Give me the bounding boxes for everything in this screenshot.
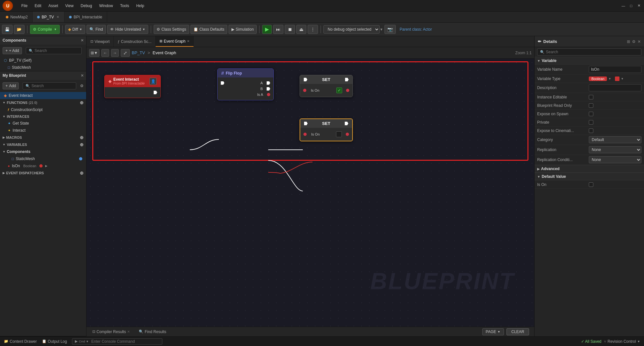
is-on-checkbox[interactable] bbox=[589, 182, 593, 187]
replication-condition-select[interactable]: None bbox=[589, 156, 641, 163]
maximize-button[interactable]: □ bbox=[629, 3, 634, 8]
ff-a-out-pin[interactable] bbox=[267, 81, 270, 85]
tab-construction-script[interactable]: ƒ Construction Sc... bbox=[114, 36, 156, 47]
class-settings-button[interactable]: ⚙ Class Settings bbox=[154, 25, 189, 34]
menu-help[interactable]: Help bbox=[133, 2, 148, 9]
details-close-icon[interactable]: ✕ bbox=[638, 39, 641, 44]
menu-edit[interactable]: Edit bbox=[31, 2, 45, 9]
tab-viewport[interactable]: ⊡ Viewport bbox=[87, 36, 114, 47]
variables-add[interactable]: ⊕ bbox=[80, 142, 84, 147]
eject-button[interactable]: ⏏ bbox=[296, 25, 306, 34]
node-set-true[interactable]: SET Is On ✓ bbox=[300, 75, 353, 97]
compile-button[interactable]: ⚙ Compile ▼ bbox=[30, 25, 60, 34]
private-checkbox[interactable] bbox=[589, 120, 593, 125]
expose-to-cinematics-checkbox[interactable] bbox=[589, 128, 593, 133]
bp-event-interact[interactable]: ◆ Event Interact bbox=[0, 92, 86, 99]
tab-event-graph[interactable]: ⊞ Event Graph ✕ bbox=[156, 36, 193, 47]
play-button[interactable]: ▶ bbox=[262, 25, 272, 34]
clear-button[interactable]: CLEAR bbox=[506, 328, 529, 335]
var-static-mesh[interactable]: □ StaticMesh bbox=[0, 155, 86, 162]
blueprint-read-only-checkbox[interactable] bbox=[589, 103, 593, 108]
my-blueprint-search-input[interactable] bbox=[31, 84, 73, 88]
fit-to-window-button[interactable]: ⤢ bbox=[121, 49, 130, 57]
bool-type-red-square[interactable] bbox=[615, 76, 619, 81]
view-options-btn[interactable]: ⊞▼ bbox=[89, 49, 99, 57]
save-button[interactable]: 💾 bbox=[2, 25, 13, 34]
menu-file[interactable]: File bbox=[18, 2, 31, 9]
debug-icon-button[interactable]: 📷 bbox=[384, 25, 396, 34]
hide-dropdown[interactable]: ▼ bbox=[142, 28, 145, 31]
minimize-button[interactable]: — bbox=[621, 3, 626, 8]
components-close[interactable]: ✕ bbox=[81, 38, 84, 43]
my-blueprint-close[interactable]: ✕ bbox=[81, 74, 84, 78]
macros-section-header[interactable]: ▶ MACROS ⊕ bbox=[0, 134, 86, 141]
menu-debug[interactable]: Debug bbox=[77, 2, 95, 9]
play-options-button[interactable]: ⋮ bbox=[308, 25, 318, 34]
diff-button[interactable]: ◆ Diff ▼ bbox=[65, 25, 85, 34]
menu-window[interactable]: Window bbox=[96, 2, 116, 9]
revision-dropdown[interactable]: ▼ bbox=[637, 340, 640, 343]
components-search-input[interactable] bbox=[35, 48, 79, 53]
set-true-is-on-out-pin[interactable] bbox=[346, 89, 349, 92]
class-defaults-button[interactable]: 📋 Class Defaults bbox=[190, 25, 227, 34]
content-drawer-button[interactable]: 📁 Content Drawer bbox=[4, 339, 37, 344]
instance-editable-checkbox[interactable] bbox=[589, 95, 593, 99]
set-false-exec-out[interactable] bbox=[345, 122, 348, 125]
my-blueprint-add-button[interactable]: + Add bbox=[3, 82, 19, 89]
ff-is-a-pin[interactable] bbox=[267, 93, 270, 96]
close-button[interactable]: ✕ bbox=[636, 3, 641, 8]
ff-exec-in-pin[interactable] bbox=[221, 81, 224, 85]
node-event-interact[interactable]: ◆ Event Interact From BPI Interactable 👤 bbox=[104, 75, 161, 98]
tab-newmap2[interactable]: NewMap2 bbox=[1, 12, 33, 22]
event-exec-out-pin[interactable] bbox=[154, 91, 157, 94]
menu-tools[interactable]: Tools bbox=[117, 2, 132, 9]
set-true-is-on-pin[interactable] bbox=[303, 89, 306, 92]
compiler-results-tab[interactable]: ⊡ Compiler Results ✕ bbox=[89, 329, 133, 335]
hide-unrelated-button[interactable]: 👁 Hide Unrelated ▼ bbox=[107, 25, 148, 34]
event-dispatchers-add[interactable]: ⊕ bbox=[80, 171, 84, 175]
bool-type-red-dropdown[interactable]: ▼ bbox=[621, 77, 624, 80]
diff-dropdown[interactable]: ▼ bbox=[79, 28, 82, 31]
play-next-button[interactable]: ⏭ bbox=[273, 25, 283, 34]
node-set-false[interactable]: SET Is On bbox=[300, 118, 353, 141]
event-graph-close[interactable]: ✕ bbox=[187, 39, 189, 43]
cmd-dropdown[interactable]: Cmd ▼ bbox=[79, 340, 88, 343]
interface-get-state[interactable]: ✦ Get State bbox=[0, 120, 86, 127]
description-input[interactable] bbox=[589, 84, 641, 91]
content-browser-button[interactable]: 📂 bbox=[14, 25, 25, 34]
breadcrumb-blueprint[interactable]: BP_TV bbox=[132, 50, 145, 55]
variables-section-header[interactable]: ▼ VARIABLES ⊕ bbox=[0, 141, 86, 148]
set-false-is-on-out-pin[interactable] bbox=[346, 133, 349, 136]
debug-dropdown-arrow[interactable]: ▼ bbox=[380, 27, 383, 31]
nav-back-button[interactable]: ← bbox=[101, 49, 109, 57]
category-select[interactable]: Default bbox=[589, 136, 641, 143]
stop-button[interactable]: ⏹ bbox=[285, 25, 295, 34]
macros-add[interactable]: ⊕ bbox=[80, 135, 84, 140]
default-value-section-header[interactable]: ▼ Default Value bbox=[535, 173, 644, 180]
tab-bp-tv[interactable]: BP_TV ✕ bbox=[33, 12, 65, 22]
component-staticmesh[interactable]: □ StaticMesh bbox=[0, 64, 86, 71]
compile-dropdown[interactable]: ▼ bbox=[54, 28, 57, 31]
set-false-exec-in[interactable] bbox=[304, 122, 308, 125]
variable-section-header[interactable]: ▼ Variable bbox=[535, 57, 644, 65]
node-flip-flop[interactable]: // Flip Flop A B Is A bbox=[217, 68, 274, 100]
interface-interact[interactable]: ✦ Interact bbox=[0, 127, 86, 134]
compiler-results-close[interactable]: ✕ bbox=[127, 330, 130, 333]
find-results-tab[interactable]: 🔍 Find Results bbox=[136, 329, 169, 335]
set-true-check-value[interactable]: ✓ bbox=[336, 87, 342, 93]
set-false-is-on-pin[interactable] bbox=[303, 133, 307, 136]
set-true-exec-in[interactable] bbox=[304, 78, 307, 81]
output-log-button[interactable]: 📋 Output Log bbox=[42, 339, 67, 344]
event-dispatchers-header[interactable]: ▶ EVENT DISPATCHERS ⊕ bbox=[0, 169, 86, 177]
console-command-input[interactable] bbox=[91, 339, 160, 344]
component-bp-tv-self[interactable]: ⬡ BP_TV (Self) bbox=[0, 57, 86, 64]
simulation-button[interactable]: ▶ Simulation bbox=[229, 25, 257, 34]
advanced-section-header[interactable]: ▶ Advanced bbox=[535, 165, 644, 173]
find-button[interactable]: 🔍 Find bbox=[87, 25, 106, 34]
tab-close-bp-tv[interactable]: ✕ bbox=[56, 15, 60, 19]
variables-components-header[interactable]: ▼ Components bbox=[0, 148, 86, 155]
revision-control-button[interactable]: ⑂ Revision Control ▼ bbox=[604, 339, 640, 344]
page-button[interactable]: PAGE ▼ bbox=[482, 328, 504, 335]
interfaces-section-header[interactable]: ▼ INTERFACES bbox=[0, 113, 86, 120]
event-interact-icon-btn[interactable]: 👤 bbox=[149, 78, 157, 85]
